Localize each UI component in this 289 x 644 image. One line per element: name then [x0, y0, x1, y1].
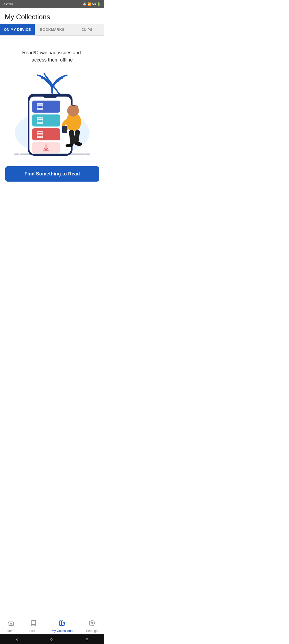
svg-rect-6 [32, 101, 60, 113]
header: My Collections [0, 8, 104, 24]
svg-rect-9 [37, 106, 43, 107]
page-title: My Collections [5, 13, 100, 21]
svg-rect-15 [37, 121, 43, 122]
tab-bar: ON MY DEVICE BOOKMARKS CLIPS [0, 24, 104, 36]
status-time: 12:08 [4, 2, 13, 6]
svg-point-1 [51, 91, 53, 94]
svg-rect-8 [37, 105, 43, 105]
empty-state-message: Read/Download issues and. access them of… [22, 49, 82, 64]
status-bar: 12:08 ⏰ 📶 5G 🔋 [0, 0, 104, 8]
tab-bookmarks[interactable]: BOOKMARKS [35, 24, 70, 35]
svg-rect-16 [32, 128, 60, 140]
svg-rect-13 [37, 118, 43, 119]
svg-rect-14 [37, 120, 43, 121]
svg-rect-19 [37, 134, 43, 135]
svg-rect-18 [37, 132, 43, 133]
svg-rect-31 [63, 127, 67, 132]
tab-on-my-device[interactable]: ON MY DEVICE [0, 24, 35, 35]
find-something-to-read-button[interactable]: Find Something to Read [5, 166, 99, 182]
svg-rect-10 [37, 107, 43, 108]
tab-clips[interactable]: CLIPS [70, 24, 104, 35]
status-icons: ⏰ 📶 5G 🔋 [83, 2, 101, 6]
signal-icon: 📶 [88, 2, 91, 6]
svg-rect-20 [37, 135, 43, 136]
illustration [5, 71, 99, 157]
svg-point-25 [67, 105, 79, 117]
battery-icon: 🔋 [97, 2, 101, 6]
5g-icon: 5G [92, 3, 96, 6]
alarm-icon: ⏰ [83, 2, 86, 6]
main-content: Read/Download issues and. access them of… [0, 36, 104, 187]
svg-rect-11 [32, 114, 60, 126]
svg-rect-5 [43, 94, 58, 98]
